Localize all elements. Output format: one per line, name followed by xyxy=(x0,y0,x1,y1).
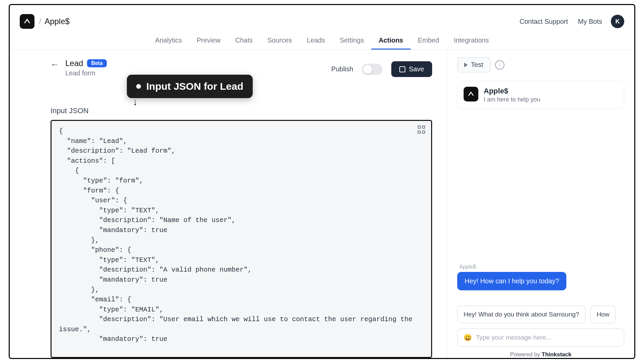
chat-bot-subtitle: I am here to help you xyxy=(484,96,540,103)
action-title: Lead xyxy=(65,59,83,68)
json-code[interactable]: { "name": "Lead", "description": "Lead f… xyxy=(59,126,424,344)
callout-arrow-icon: ↓ xyxy=(133,99,138,105)
save-button-label: Save xyxy=(409,65,424,73)
suggestion-chip[interactable]: How xyxy=(590,306,616,323)
tab-preview[interactable]: Preview xyxy=(189,32,228,50)
info-icon[interactable]: i xyxy=(495,60,504,70)
publish-label: Publish xyxy=(331,65,353,73)
tab-chats[interactable]: Chats xyxy=(228,32,260,50)
tab-embed[interactable]: Embed xyxy=(411,32,447,50)
chat-input[interactable] xyxy=(476,334,618,341)
powered-by-prefix: Powered by xyxy=(510,351,542,358)
app-logo[interactable] xyxy=(20,14,34,29)
toggle-knob xyxy=(363,65,372,74)
bot-avatar xyxy=(464,87,478,101)
tutorial-callout: Input JSON for Lead ↓ xyxy=(127,75,253,104)
tab-analytics[interactable]: Analytics xyxy=(148,32,189,50)
logo-icon xyxy=(24,18,30,25)
chat-bot-title: Apple$ xyxy=(484,87,540,95)
app-frame: / Apple$ Contact Support My Bots K Analy… xyxy=(9,4,635,359)
suggestion-chip[interactable]: Hey! What do you think about Samsung? xyxy=(457,306,585,323)
chat-preview-panel: Test i Apple$ I am here to help you Appl… xyxy=(447,50,634,358)
chat-message-bubble: Hey! How can I help you today? xyxy=(457,272,566,290)
callout-bubble: Input JSON for Lead xyxy=(127,75,253,98)
callout-text: Input JSON for Lead xyxy=(146,81,243,92)
chat-sender-label: Apple$ xyxy=(459,264,624,270)
main-tabs: AnalyticsPreviewChatsSourcesLeadsSetting… xyxy=(10,32,634,50)
action-header-row: ← Lead Beta Lead form Publish Save xyxy=(51,59,432,77)
test-row: Test i xyxy=(457,57,624,72)
tab-sources[interactable]: Sources xyxy=(260,32,299,50)
chat-input-row: 😀 xyxy=(457,329,624,347)
powered-by-brand[interactable]: Thinkstack xyxy=(542,351,571,358)
my-bots-link[interactable]: My Bots xyxy=(578,18,602,25)
bot-avatar-icon xyxy=(468,91,474,97)
callout-dot-icon xyxy=(136,84,141,89)
tab-settings[interactable]: Settings xyxy=(332,32,371,50)
action-header-controls: Publish Save xyxy=(331,59,432,77)
save-button[interactable]: Save xyxy=(391,61,432,77)
breadcrumb-separator: / xyxy=(39,17,41,26)
test-button-label: Test xyxy=(471,61,483,69)
header: / Apple$ Contact Support My Bots K xyxy=(10,5,634,32)
tab-leads[interactable]: Leads xyxy=(299,32,332,50)
action-title-block: Lead Beta Lead form xyxy=(65,59,107,77)
breadcrumb-bot-name[interactable]: Apple$ xyxy=(45,17,70,26)
tab-actions[interactable]: Actions xyxy=(371,32,410,50)
main-area: ← Lead Beta Lead form Publish Save xyxy=(10,50,634,358)
input-json-label: Input JSON xyxy=(51,106,432,115)
test-button[interactable]: Test xyxy=(457,57,490,72)
action-subtitle: Lead form xyxy=(65,69,107,77)
contact-support-link[interactable]: Contact Support xyxy=(519,18,568,25)
collapse-icon[interactable] xyxy=(418,126,426,134)
back-arrow-icon[interactable]: ← xyxy=(51,59,59,70)
user-avatar[interactable]: K xyxy=(611,15,624,28)
powered-by: Powered by Thinkstack xyxy=(457,351,624,358)
emoji-icon[interactable]: 😀 xyxy=(464,334,472,342)
play-icon xyxy=(464,63,468,67)
save-icon xyxy=(399,66,405,72)
suggestion-row: Hey! What do you think about Samsung?How xyxy=(457,306,624,323)
publish-toggle[interactable] xyxy=(362,64,383,75)
action-editor-panel: ← Lead Beta Lead form Publish Save xyxy=(10,50,447,358)
tab-integrations[interactable]: Integrations xyxy=(447,32,496,50)
beta-badge: Beta xyxy=(87,59,107,67)
json-editor[interactable]: { "name": "Lead", "description": "Lead f… xyxy=(51,120,432,358)
chat-header-card: Apple$ I am here to help you xyxy=(457,81,624,109)
chat-body: Apple$ Hey! How can I help you today? He… xyxy=(457,109,624,358)
